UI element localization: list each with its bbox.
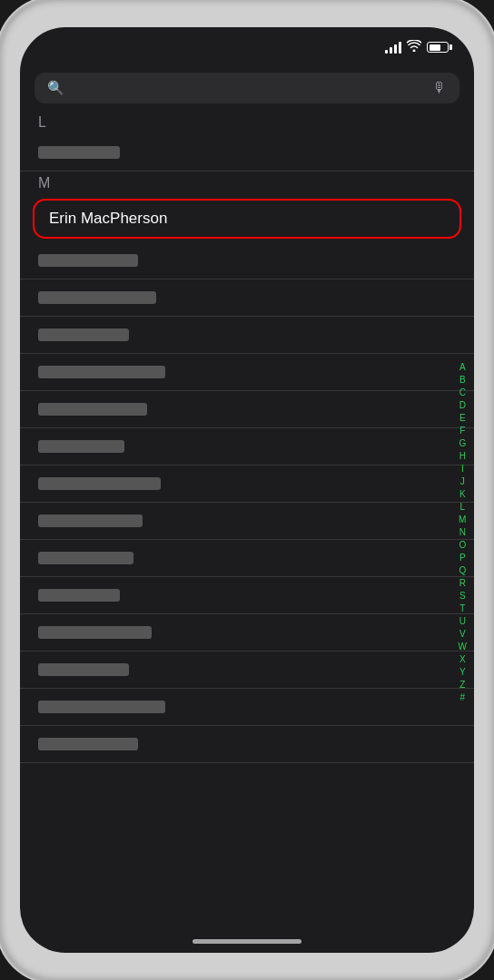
alpha-j[interactable]: J xyxy=(459,475,467,487)
alpha-v[interactable]: V xyxy=(459,628,467,640)
highlighted-contact-name: Erin MacPherson xyxy=(49,210,167,227)
contact-name-blurred xyxy=(38,291,156,304)
battery-icon xyxy=(427,42,449,53)
alpha-m[interactable]: M xyxy=(459,514,467,525)
wifi-icon xyxy=(407,40,421,54)
section-header-m: M xyxy=(20,172,474,195)
contact-item[interactable] xyxy=(20,354,474,391)
contact-list: LMErin MacPherson xyxy=(20,111,474,763)
phone-frame: 🔍 🎙 ABCDEFGHIJKLMNOPQRSTUVWXYZ# LMErin M… xyxy=(0,0,494,980)
contact-name-blurred xyxy=(38,403,147,416)
notch xyxy=(174,27,320,53)
contact-name-blurred xyxy=(38,440,124,453)
contact-name-blurred xyxy=(38,477,161,490)
alpha-s[interactable]: S xyxy=(459,590,467,602)
alpha-k[interactable]: K xyxy=(459,488,467,500)
alpha-#[interactable]: # xyxy=(459,691,467,703)
alpha-d[interactable]: D xyxy=(459,399,467,411)
contact-item[interactable] xyxy=(20,577,474,614)
section-header-l: L xyxy=(20,111,474,134)
alpha-n[interactable]: N xyxy=(459,526,467,538)
phone-screen: 🔍 🎙 ABCDEFGHIJKLMNOPQRSTUVWXYZ# LMErin M… xyxy=(20,27,474,953)
alpha-w[interactable]: W xyxy=(459,641,467,652)
status-icons xyxy=(385,40,449,54)
alpha-f[interactable]: F xyxy=(459,425,467,436)
mic-icon[interactable]: 🎙 xyxy=(432,80,447,96)
search-bar[interactable]: 🔍 🎙 xyxy=(35,73,459,103)
alpha-e[interactable]: E xyxy=(459,412,467,424)
contact-item[interactable] xyxy=(20,391,474,428)
contact-item[interactable] xyxy=(20,503,474,540)
alpha-index[interactable]: ABCDEFGHIJKLMNOPQRSTUVWXYZ# xyxy=(459,361,467,703)
contact-item[interactable] xyxy=(20,428,474,466)
contact-name-blurred xyxy=(38,366,165,378)
nav-bar xyxy=(20,60,474,73)
contact-name-blurred xyxy=(38,738,138,750)
contact-item[interactable] xyxy=(20,279,474,317)
signal-icon xyxy=(385,41,401,54)
alpha-p[interactable]: P xyxy=(459,552,467,564)
search-icon: 🔍 xyxy=(47,80,64,96)
contact-name-blurred xyxy=(38,589,120,602)
alpha-b[interactable]: B xyxy=(459,374,467,386)
contact-list-area: ABCDEFGHIJKLMNOPQRSTUVWXYZ# LMErin MacPh… xyxy=(20,111,474,953)
contact-name-blurred xyxy=(38,701,165,713)
alpha-u[interactable]: U xyxy=(459,615,467,627)
alpha-g[interactable]: G xyxy=(459,437,467,449)
contact-name-blurred xyxy=(38,254,138,267)
contact-name-blurred xyxy=(38,552,133,564)
contact-item[interactable] xyxy=(20,466,474,503)
contact-item[interactable] xyxy=(20,317,474,354)
contact-item[interactable] xyxy=(20,614,474,652)
alpha-q[interactable]: Q xyxy=(459,564,467,576)
contact-name-blurred xyxy=(38,626,152,639)
contact-item[interactable] xyxy=(20,652,474,689)
contact-item[interactable] xyxy=(20,134,474,172)
alpha-l[interactable]: L xyxy=(459,501,467,513)
contact-item[interactable] xyxy=(20,540,474,577)
contact-item[interactable] xyxy=(20,242,474,279)
alpha-t[interactable]: T xyxy=(459,603,467,614)
home-indicator xyxy=(193,939,301,944)
alpha-c[interactable]: C xyxy=(459,387,467,398)
alpha-y[interactable]: Y xyxy=(459,666,467,678)
contact-name-blurred xyxy=(38,663,129,676)
alpha-z[interactable]: Z xyxy=(459,679,467,691)
contact-item[interactable] xyxy=(20,689,474,726)
alpha-x[interactable]: X xyxy=(459,653,467,665)
alpha-o[interactable]: O xyxy=(459,539,467,551)
contact-name-blurred xyxy=(38,514,143,527)
contact-name-blurred xyxy=(38,328,129,341)
alpha-i[interactable]: I xyxy=(459,463,467,475)
alpha-h[interactable]: H xyxy=(459,450,467,462)
contact-item[interactable] xyxy=(20,726,474,763)
alpha-r[interactable]: R xyxy=(459,577,467,589)
alpha-a[interactable]: A xyxy=(459,361,467,373)
contact-item[interactable]: Erin MacPherson xyxy=(33,199,461,239)
contact-name-blurred xyxy=(38,146,120,159)
